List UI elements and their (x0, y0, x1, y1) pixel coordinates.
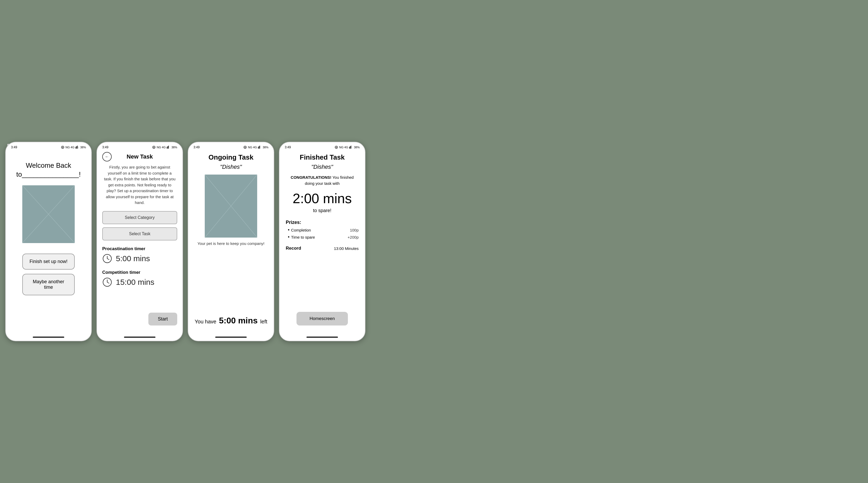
finish-setup-button[interactable]: Finish set up now! (22, 254, 75, 269)
prize1-value: 100p (350, 228, 359, 232)
big-time: 2:00 mins (286, 191, 359, 206)
prizes-title: Prizes: (286, 220, 359, 225)
status-bar-4: 3:49 NG 4G 38% (279, 142, 365, 151)
finished-title: Finished Task (286, 153, 359, 162)
status-icons-4: NG 4G 38% (334, 146, 360, 149)
companion-text: Your pet is here to keep you company! (197, 241, 264, 246)
bullet-1: • (288, 227, 289, 233)
select-category-button[interactable]: Select Category (102, 211, 177, 224)
welcome-title: Welcome Back to_______________! (16, 161, 81, 179)
svg-line-18 (107, 259, 109, 260)
bullet-2: • (288, 234, 289, 240)
svg-rect-25 (258, 147, 258, 148)
home-indicator-1 (6, 333, 91, 341)
prize-row-1: • Completion 100p (286, 227, 359, 233)
svg-rect-14 (167, 146, 168, 148)
status-icons-1: NG 4G 38% (61, 146, 86, 149)
ongoing-title: Ongoing Task (209, 153, 253, 162)
status-time-2: 3:49 (102, 145, 108, 149)
screen2-title: New Task (127, 153, 153, 160)
back-button[interactable]: ← (102, 152, 112, 162)
svg-line-9 (22, 185, 75, 243)
congrats-bold: CONGRATULATIONS! (291, 175, 331, 179)
welcome-screen: Welcome Back to_______________! Finish s… (6, 151, 91, 333)
welcome-image (22, 185, 75, 243)
prize1-label: Completion (291, 228, 311, 232)
finished-task-name: "Dishes" (286, 164, 359, 170)
record-row: Record 13:00 Minutes (286, 246, 359, 251)
procastination-label: Procastination timer (102, 246, 177, 252)
status-bar-3: 3:49 NG 4G 38% (188, 142, 274, 151)
prize-row-2: • Time to spare +200p (286, 234, 359, 240)
svg-rect-6 (78, 146, 79, 148)
new-task-screen: ← New Task Firstly, you are going to bet… (97, 151, 182, 333)
svg-rect-15 (168, 146, 169, 148)
svg-rect-7 (22, 185, 75, 243)
procastination-time: 5:00 mins (116, 254, 150, 263)
congrats-text: CONGRATULATIONS! You finished doing your… (286, 175, 359, 187)
svg-rect-35 (350, 146, 350, 148)
prizes-section: Prizes: • Completion 100p • Time to sp (286, 220, 359, 242)
status-icons-2: NG 4G 38% (152, 146, 177, 149)
to-spare: to spare! (286, 208, 359, 214)
ongoing-screen: Ongoing Task "Dishes" Your pet is here t… (188, 151, 274, 333)
home-indicator-4 (279, 333, 365, 341)
procastination-clock-icon (102, 254, 112, 263)
prize2-label: Time to spare (291, 235, 315, 239)
maybe-another-time-button[interactable]: Maybe another time (22, 274, 75, 295)
screen4-phone: 3:49 NG 4G 38% Finished Task "Dishes" CO… (279, 142, 366, 341)
time-left-row: You have 5:00 mins left (195, 316, 268, 325)
home-indicator-3 (188, 333, 274, 341)
you-have-label: You have (195, 319, 217, 325)
status-bar-1: 3:49 NG 4G 38% (6, 142, 91, 151)
competition-clock-icon (102, 277, 112, 287)
svg-rect-13 (167, 147, 167, 148)
svg-rect-4 (76, 146, 77, 148)
status-bar-2: 3:49 NG 4G 38% (97, 142, 182, 151)
status-time-3: 3:49 (193, 145, 199, 149)
start-button[interactable]: Start (148, 313, 177, 325)
home-indicator-2 (97, 333, 182, 341)
procastination-timer-row: 5:00 mins (102, 254, 177, 263)
svg-rect-27 (259, 146, 260, 148)
new-task-description: Firstly, you are going to bet against yo… (102, 164, 177, 206)
screen1-phone: 3:49 NG 4G 38% Welcome Back to__________… (5, 142, 92, 341)
screen2-header: ← New Task (102, 151, 177, 164)
screen2-phone: 3:49 NG 4G 38% ← New Task Firstly, you a… (96, 142, 183, 341)
status-time-4: 3:49 (285, 145, 291, 149)
ongoing-pet-image (205, 175, 257, 237)
finished-screen: Finished Task "Dishes" CONGRATULATIONS! … (279, 151, 365, 333)
homescreen-button[interactable]: Homescreen (297, 312, 348, 325)
svg-rect-34 (349, 147, 350, 148)
prize2-value: +200p (348, 235, 359, 239)
competition-timer-row: 15:00 mins (102, 277, 177, 287)
select-task-button[interactable]: Select Task (102, 227, 177, 240)
time-left-value: 5:00 mins (219, 316, 258, 325)
svg-rect-36 (351, 146, 351, 148)
svg-line-8 (22, 185, 75, 243)
svg-rect-3 (75, 147, 76, 148)
record-value: 13:00 Minutes (334, 246, 359, 251)
ongoing-task-name: "Dishes" (220, 164, 242, 170)
screen3-phone: 3:49 NG 4G 38% Ongoing Task "Dishes" (188, 142, 274, 341)
record-label: Record (286, 246, 301, 251)
competition-time: 15:00 mins (116, 278, 154, 287)
left-label: left (260, 319, 268, 325)
status-icons-3: NG 4G 38% (243, 146, 269, 149)
status-time-1: 3:49 (11, 145, 17, 149)
svg-rect-26 (259, 146, 259, 148)
competition-label: Competition timer (102, 270, 177, 275)
svg-rect-5 (77, 146, 78, 148)
svg-line-21 (107, 282, 109, 283)
